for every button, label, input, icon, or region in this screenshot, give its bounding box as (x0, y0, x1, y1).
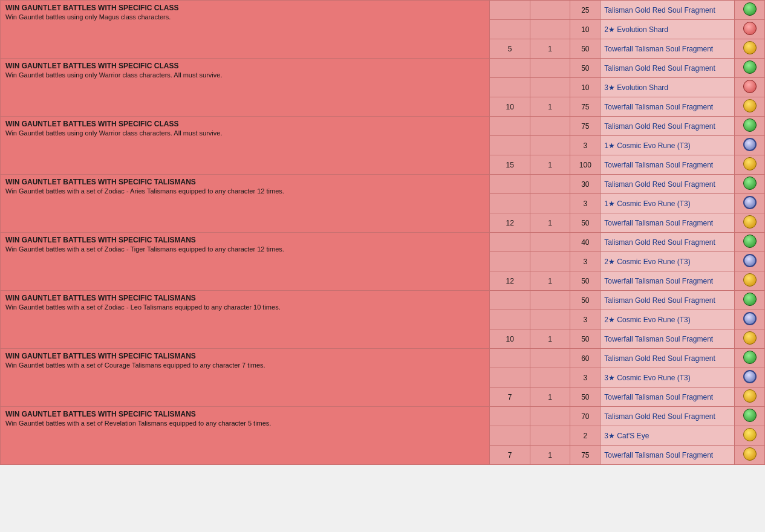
quest-cell-q6: WIN GAUNTLET BATTLES WITH SPECIFIC TALIS… (1, 291, 490, 349)
completions-cell (490, 78, 530, 97)
reward-name: Talisman Gold Red Soul Fragment (601, 233, 735, 252)
table-row: WIN GAUNTLET BATTLES WITH SPECIFIC CLASS… (1, 117, 765, 136)
stars-cell (530, 20, 570, 39)
quest-cell-q7: WIN GAUNTLET BATTLES WITH SPECIFIC TALIS… (1, 349, 490, 407)
yellow-orb-icon (743, 447, 757, 461)
completions-cell (490, 1, 530, 20)
completions-cell: 5 (490, 39, 530, 59)
stars-cell: 1 (530, 213, 570, 233)
reward-count: 10 (570, 78, 601, 97)
reward-count: 100 (570, 155, 601, 175)
quest-cell-q2: WIN GAUNTLET BATTLES WITH SPECIFIC CLASS… (1, 59, 490, 117)
reward-count: 50 (570, 39, 601, 59)
reward-count: 3 (570, 136, 601, 155)
stars-cell (530, 233, 570, 252)
quest-description: Win Gauntlet battles using only Warrior … (5, 129, 484, 137)
reward-icon (735, 368, 765, 388)
reward-count: 50 (570, 329, 601, 349)
completions-cell (490, 194, 530, 213)
reward-icon (735, 39, 765, 59)
stars-cell (530, 310, 570, 329)
table-row: WIN GAUNTLET BATTLES WITH SPECIFIC CLASS… (1, 1, 765, 20)
quest-description: Win Gauntlet battles with a set of Zodia… (5, 187, 484, 195)
reward-count: 50 (570, 388, 601, 407)
completions-cell: 10 (490, 329, 530, 349)
reward-name: Talisman Gold Red Soul Fragment (601, 117, 735, 136)
yellow-orb-icon (743, 331, 757, 345)
yellow-orb-icon (743, 215, 757, 229)
reward-icon (735, 175, 765, 194)
reward-name: Towerfall Talisman Soul Fragment (601, 271, 735, 291)
reward-count: 75 (570, 117, 601, 136)
blue-star-icon (743, 138, 757, 151)
table-row: WIN GAUNTLET BATTLES WITH SPECIFIC TALIS… (1, 291, 765, 310)
quest-cell-q3: WIN GAUNTLET BATTLES WITH SPECIFIC CLASS… (1, 117, 490, 175)
reward-icon (735, 213, 765, 233)
completions-cell: 15 (490, 155, 530, 175)
quest-title: WIN GAUNTLET BATTLES WITH SPECIFIC CLASS (5, 120, 484, 128)
reward-count: 75 (570, 97, 601, 117)
quest-description: Win Gauntlet battles using only Magus cl… (5, 13, 484, 21)
stars-cell: 1 (530, 446, 570, 465)
blue-star-icon (743, 196, 757, 209)
reward-icon (735, 252, 765, 271)
reward-icon (735, 59, 765, 78)
completions-cell (490, 136, 530, 155)
completions-cell: 12 (490, 213, 530, 233)
quest-cell-q8: WIN GAUNTLET BATTLES WITH SPECIFIC TALIS… (1, 407, 490, 465)
reward-count: 25 (570, 1, 601, 20)
stars-cell (530, 291, 570, 310)
stars-cell: 1 (530, 97, 570, 117)
reward-icon (735, 329, 765, 349)
yellow-orb-icon (743, 157, 757, 170)
green-orb-icon (743, 235, 757, 248)
quest-cell-q1: WIN GAUNTLET BATTLES WITH SPECIFIC CLASS… (1, 1, 490, 59)
reward-icon (735, 233, 765, 252)
quest-cell-q5: WIN GAUNTLET BATTLES WITH SPECIFIC TALIS… (1, 233, 490, 291)
stars-cell: 1 (530, 39, 570, 59)
reward-count: 3 (570, 310, 601, 329)
stars-cell (530, 59, 570, 78)
quest-title: WIN GAUNTLET BATTLES WITH SPECIFIC CLASS (5, 62, 484, 70)
completions-cell: 12 (490, 271, 530, 291)
table-row: WIN GAUNTLET BATTLES WITH SPECIFIC TALIS… (1, 407, 765, 426)
blue-star-icon (743, 370, 757, 383)
reward-name: Towerfall Talisman Soul Fragment (601, 446, 735, 465)
reward-name: 3★ Cat'S Eye (601, 426, 735, 446)
reward-count: 3 (570, 368, 601, 388)
table-row: WIN GAUNTLET BATTLES WITH SPECIFIC TALIS… (1, 349, 765, 368)
stars-cell (530, 349, 570, 368)
completions-cell (490, 175, 530, 194)
table-row: WIN GAUNTLET BATTLES WITH SPECIFIC TALIS… (1, 233, 765, 252)
reward-icon (735, 155, 765, 175)
reward-icon (735, 78, 765, 97)
reward-name: 1★ Cosmic Evo Rune (T3) (601, 194, 735, 213)
stars-cell (530, 194, 570, 213)
reward-count: 3 (570, 194, 601, 213)
green-orb-icon (743, 351, 757, 364)
green-orb-icon (743, 409, 757, 422)
stars-cell: 1 (530, 155, 570, 175)
quest-description: Win Gauntlet battles with a set of Revel… (5, 420, 484, 427)
reward-icon (735, 271, 765, 291)
stars-cell: 1 (530, 388, 570, 407)
stars-cell (530, 1, 570, 20)
stars-cell (530, 426, 570, 446)
completions-cell (490, 233, 530, 252)
reward-name: Talisman Gold Red Soul Fragment (601, 1, 735, 20)
reward-count: 40 (570, 233, 601, 252)
yellow-orb-icon (743, 99, 757, 112)
reward-icon (735, 388, 765, 407)
stars-cell (530, 407, 570, 426)
completions-cell (490, 59, 530, 78)
reward-name: Towerfall Talisman Soul Fragment (601, 39, 735, 59)
reward-name: 3★ Evolution Shard (601, 78, 735, 97)
reward-icon (735, 136, 765, 155)
reward-name: Talisman Gold Red Soul Fragment (601, 349, 735, 368)
quest-title: WIN GAUNTLET BATTLES WITH SPECIFIC TALIS… (5, 178, 484, 186)
blue-star-icon (743, 254, 757, 267)
reward-count: 10 (570, 20, 601, 39)
reward-name: Towerfall Talisman Soul Fragment (601, 155, 735, 175)
quest-cell-q4: WIN GAUNTLET BATTLES WITH SPECIFIC TALIS… (1, 175, 490, 233)
reward-icon (735, 1, 765, 20)
